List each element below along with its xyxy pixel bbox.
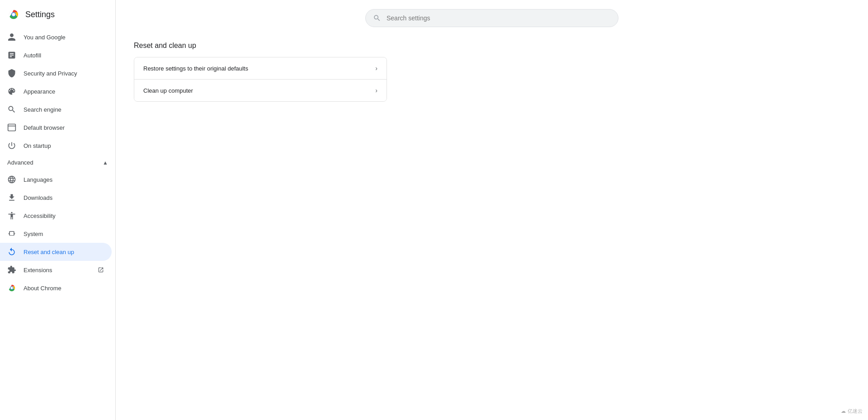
- advanced-label: Advanced: [7, 159, 33, 166]
- reset-icon: [7, 247, 16, 256]
- sidebar-item-you-and-google-label: You and Google: [24, 34, 104, 41]
- palette-icon: [7, 87, 16, 96]
- person-icon: [7, 33, 16, 42]
- globe-icon: [7, 175, 16, 184]
- chevron-up-icon: ▲: [103, 160, 108, 166]
- sidebar-item-about-chrome[interactable]: About Chrome: [0, 279, 112, 297]
- clean-computer-row[interactable]: Clean up computer ›: [134, 80, 387, 101]
- watermark-icon: ☁: [841, 408, 846, 414]
- sidebar-item-languages[interactable]: Languages: [0, 170, 112, 189]
- sidebar-item-accessibility[interactable]: Accessibility: [0, 207, 112, 225]
- sidebar-item-extensions[interactable]: Extensions: [0, 261, 112, 279]
- svg-point-2: [12, 13, 15, 16]
- search-bar: [365, 9, 618, 27]
- about-chrome-icon: [7, 283, 16, 293]
- watermark: ☁ 亿迷云: [841, 408, 863, 415]
- accessibility-icon: [7, 211, 16, 220]
- browser-icon: [7, 123, 16, 132]
- watermark-text: 亿迷云: [848, 408, 863, 415]
- sidebar-item-you-and-google[interactable]: You and Google: [0, 28, 112, 46]
- sidebar-item-on-startup[interactable]: On startup: [0, 137, 112, 155]
- sidebar-item-appearance[interactable]: Appearance: [0, 82, 112, 100]
- system-icon: [7, 229, 16, 238]
- sidebar-item-appearance-label: Appearance: [24, 88, 104, 95]
- sidebar-item-system-label: System: [24, 231, 104, 237]
- sidebar-item-default-browser-label: Default browser: [24, 124, 104, 131]
- power-icon: [7, 141, 16, 150]
- sidebar-item-languages-label: Languages: [24, 176, 104, 183]
- sidebar-item-about-chrome-label: About Chrome: [24, 285, 104, 292]
- clean-computer-label: Clean up computer: [143, 87, 193, 94]
- settings-card: Restore settings to their original defau…: [134, 57, 387, 102]
- sidebar-item-accessibility-label: Accessibility: [24, 212, 104, 219]
- sidebar-item-security-privacy[interactable]: Security and Privacy: [0, 64, 112, 82]
- chevron-right-icon-2: ›: [375, 87, 377, 94]
- sidebar-item-extensions-label: Extensions: [24, 267, 90, 274]
- sidebar: Settings You and Google Autofill Securit…: [0, 0, 116, 420]
- advanced-toggle[interactable]: Advanced ▲: [0, 155, 115, 170]
- sidebar-item-downloads[interactable]: Downloads: [0, 189, 112, 207]
- search-engine-icon: [7, 105, 16, 114]
- chrome-logo-icon: [7, 8, 20, 21]
- sidebar-item-search-engine[interactable]: Search engine: [0, 100, 112, 118]
- page-title: Reset and clean up: [134, 42, 850, 50]
- search-icon: [373, 14, 381, 22]
- external-link-icon: [97, 266, 104, 274]
- restore-defaults-label: Restore settings to their original defau…: [143, 65, 248, 72]
- main-content: Reset and clean up Restore settings to t…: [116, 0, 868, 420]
- sidebar-item-autofill[interactable]: Autofill: [0, 46, 112, 64]
- search-bar-container: [134, 9, 850, 27]
- sidebar-header: Settings: [0, 4, 115, 28]
- autofill-icon: [7, 51, 16, 60]
- sidebar-item-downloads-label: Downloads: [24, 194, 104, 201]
- sidebar-item-autofill-label: Autofill: [24, 52, 104, 59]
- sidebar-item-on-startup-label: On startup: [24, 142, 104, 149]
- sidebar-item-default-browser[interactable]: Default browser: [0, 118, 112, 137]
- sidebar-item-system[interactable]: System: [0, 225, 112, 243]
- download-icon: [7, 193, 16, 202]
- shield-icon: [7, 69, 16, 78]
- chevron-right-icon: ›: [375, 65, 377, 72]
- restore-defaults-row[interactable]: Restore settings to their original defau…: [134, 57, 387, 80]
- sidebar-item-search-engine-label: Search engine: [24, 106, 104, 113]
- search-input[interactable]: [387, 14, 611, 22]
- sidebar-title: Settings: [25, 10, 55, 19]
- extensions-icon: [7, 265, 16, 274]
- sidebar-item-reset-clean-label: Reset and clean up: [24, 249, 104, 255]
- sidebar-item-reset-clean[interactable]: Reset and clean up: [0, 243, 112, 261]
- svg-point-9: [11, 287, 13, 289]
- sidebar-item-security-label: Security and Privacy: [24, 70, 104, 77]
